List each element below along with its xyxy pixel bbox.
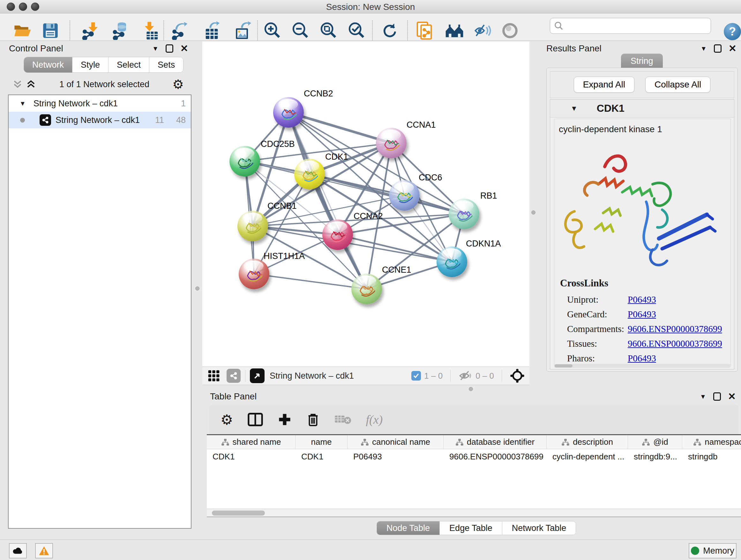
gene-section-header[interactable]: ▼ CDK1 (550, 100, 734, 118)
table-row[interactable]: CDK1CDK1P064939606.ENSP00000378699cyclin… (207, 449, 741, 464)
add-column-icon[interactable] (278, 413, 292, 427)
node-CDK1[interactable] (294, 159, 325, 189)
first-neighbors-icon[interactable] (445, 21, 464, 40)
export-image-icon[interactable] (233, 21, 252, 40)
zoom-fit-icon[interactable] (319, 21, 338, 40)
table-options-gear-icon[interactable]: ⚙ (220, 412, 233, 428)
toolbar-separator (257, 20, 258, 40)
right-splitter-handle[interactable] (531, 210, 536, 214)
column-header-canonicalname[interactable]: canonical name (347, 435, 444, 449)
column-header-label: @id (653, 437, 668, 447)
export-network-icon[interactable] (172, 21, 190, 40)
memory-button[interactable]: Memory (689, 543, 737, 558)
node-HIST1H1A[interactable] (239, 259, 269, 289)
node-CCNB1[interactable] (238, 211, 268, 241)
float-panel-icon[interactable]: ▼ (700, 45, 707, 52)
network-list: ▼ String Network – cdk1 1 String Network… (8, 95, 192, 529)
node-label-RB1: RB1 (480, 191, 497, 201)
column-header-id[interactable]: @id (628, 435, 682, 449)
export-table-icon[interactable] (203, 21, 221, 40)
node-CDC25B[interactable] (229, 146, 260, 177)
save-session-icon[interactable] (42, 21, 59, 40)
hidden-eye-icon[interactable] (458, 370, 472, 381)
open-session-icon[interactable] (13, 21, 32, 40)
cloud-status-button[interactable] (9, 543, 27, 558)
float-panel-icon[interactable]: ▼ (152, 45, 158, 52)
edge-CCNA2-CDKN1A[interactable] (338, 235, 452, 262)
crosslink-link-genecard[interactable]: P06493 (628, 309, 656, 320)
birds-eye-view-icon[interactable] (250, 368, 265, 383)
node-CCNB2[interactable] (273, 97, 304, 128)
node-RB1[interactable] (449, 199, 479, 229)
column-header-description[interactable]: description (547, 435, 628, 449)
grid-view-icon[interactable] (207, 369, 220, 382)
hide-selected-icon[interactable] (474, 21, 492, 40)
help-button[interactable]: ? (724, 23, 741, 40)
crosslink-link-compartments[interactable]: 9606.ENSP00000378699 (628, 324, 722, 334)
results-hscrollbar[interactable] (554, 364, 731, 368)
tab-network[interactable]: Network (24, 57, 72, 72)
network-options-gear-icon[interactable]: ⚙ (172, 77, 184, 91)
network-collection-row[interactable]: ▼ String Network – cdk1 1 (9, 95, 191, 112)
expand-all-networks-icon[interactable] (25, 79, 37, 89)
network-canvas[interactable]: CCNB2CCNA1CDC25BCDK1CDC6RB1CCNB1CCNA2CDK… (202, 42, 529, 367)
function-builder-icon[interactable]: f(x) (366, 413, 383, 427)
zoom-in-icon[interactable] (263, 21, 281, 40)
column-header-name[interactable]: name (295, 435, 347, 449)
import-network-file-icon[interactable] (81, 21, 99, 40)
maximize-panel-icon[interactable] (714, 44, 722, 53)
delete-table-icon[interactable] (334, 414, 351, 425)
column-header-databaseidentifier[interactable]: database identifier (444, 435, 547, 449)
column-header-namespace[interactable]: namespace (682, 435, 741, 449)
table-hscrollbar[interactable] (207, 509, 741, 516)
zoom-selected-icon[interactable] (347, 21, 366, 40)
collapse-collection-icon[interactable]: ▼ (19, 100, 26, 107)
warning-status-button[interactable] (35, 543, 53, 558)
apply-layout-icon[interactable] (381, 21, 398, 40)
new-network-from-selection-icon[interactable] (415, 21, 434, 40)
results-tab-string[interactable]: String (621, 54, 663, 69)
close-panel-icon[interactable]: ✕ (729, 44, 737, 53)
node-CCNA2[interactable] (322, 219, 353, 250)
search-input[interactable] (563, 21, 704, 31)
tab-node-table[interactable]: Node Table (377, 521, 440, 535)
column-header-sharedname[interactable]: shared name (207, 435, 295, 449)
node-CDKN1A[interactable] (436, 246, 467, 277)
float-panel-icon[interactable]: ▼ (700, 393, 706, 400)
crosslink-link-uniprot[interactable]: P06493 (628, 294, 656, 305)
node-CDC6[interactable] (389, 180, 420, 211)
edge-CCNB2-CCNA1[interactable] (288, 112, 391, 143)
graphics-details-icon[interactable] (502, 21, 518, 40)
expand-all-button[interactable]: Expand All (574, 77, 634, 92)
crosslink-link-tissues[interactable]: 9606.ENSP00000378699 (628, 338, 722, 349)
network-share-view-icon[interactable] (226, 369, 241, 383)
maximize-panel-icon[interactable] (713, 392, 721, 401)
close-panel-icon[interactable]: ✕ (180, 44, 188, 53)
selected-nodes-checkbox[interactable] (411, 371, 421, 381)
pan-crosshair-icon[interactable] (510, 368, 525, 383)
tab-network-table[interactable]: Network Table (502, 521, 576, 535)
tab-select[interactable]: Select (109, 57, 149, 72)
left-splitter-handle[interactable] (195, 287, 199, 291)
network-row[interactable]: String Network – cdk1 11 48 (9, 112, 191, 128)
tab-edge-table[interactable]: Edge Table (440, 521, 502, 535)
edge-CCNB2-CCNE1[interactable] (288, 112, 367, 289)
delete-column-icon[interactable] (307, 412, 320, 427)
edge-HIST1H1A-CCNE1[interactable] (254, 274, 367, 289)
collapse-section-icon[interactable]: ▼ (570, 105, 578, 113)
collapse-all-button[interactable]: Collapse All (645, 77, 711, 92)
tab-sets[interactable]: Sets (149, 57, 183, 72)
toolbar-search[interactable] (550, 18, 711, 34)
collapse-all-networks-icon[interactable] (12, 79, 23, 89)
import-network-database-icon[interactable] (112, 21, 130, 40)
crosslink-label: Uniprot: (567, 294, 628, 305)
crosslink-link-pharos[interactable]: P06493 (628, 353, 656, 364)
node-CCNA1[interactable] (376, 128, 407, 159)
tab-style[interactable]: Style (72, 57, 109, 72)
node-CCNE1[interactable] (351, 273, 382, 304)
show-columns-icon[interactable] (248, 413, 263, 427)
zoom-out-icon[interactable] (291, 21, 310, 40)
import-table-file-icon[interactable] (141, 21, 159, 40)
close-panel-icon[interactable]: ✕ (728, 392, 736, 401)
maximize-panel-icon[interactable] (165, 44, 173, 53)
